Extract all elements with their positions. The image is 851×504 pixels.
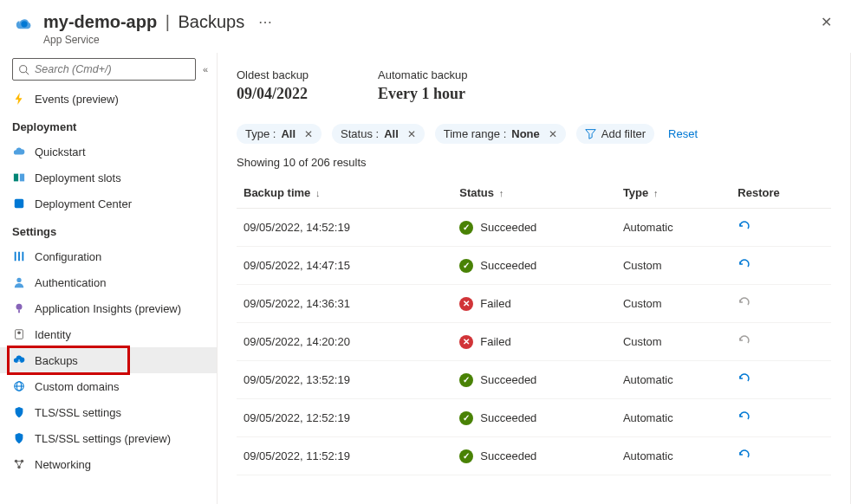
status-text: Failed <box>480 335 510 348</box>
table-row[interactable]: 09/05/2022, 14:52:19✓SucceededAutomatic <box>237 209 831 247</box>
svg-point-9 <box>16 278 21 282</box>
service-type: App Service <box>0 34 851 46</box>
cell-status: ✓Succeeded <box>452 209 616 247</box>
sidebar-item-label: Events (preview) <box>35 93 119 106</box>
svg-rect-11 <box>18 310 20 313</box>
automatic-backup-value: Every 1 hour <box>378 85 467 103</box>
filter-value: All <box>281 127 296 140</box>
sort-asc-icon: ↑ <box>652 188 659 198</box>
cell-type: Custom <box>616 285 731 323</box>
sidebar-item-label: Application Insights (preview) <box>35 302 181 315</box>
filter-pill-timerange[interactable]: Time range : None ✕ <box>435 124 566 144</box>
sidebar-item-networking[interactable]: Networking <box>0 451 217 477</box>
table-row[interactable]: 09/05/2022, 12:52:19✓SucceededAutomatic <box>237 399 831 437</box>
section-name: Backups <box>178 12 244 31</box>
table-row[interactable]: 09/05/2022, 14:36:31✕FailedCustom <box>237 285 831 323</box>
svg-rect-4 <box>20 174 24 182</box>
table-row[interactable]: 09/05/2022, 14:47:15✓SucceededCustom <box>237 247 831 285</box>
restore-icon[interactable] <box>737 219 751 233</box>
success-icon: ✓ <box>459 373 473 387</box>
restore-icon[interactable] <box>737 448 751 462</box>
page-title: my-demo-app | Backups <box>43 12 244 32</box>
col-restore: Restore <box>731 178 831 209</box>
reset-filters-link[interactable]: Reset <box>665 127 698 140</box>
identity-icon <box>12 327 26 341</box>
more-actions-icon[interactable]: ⋯ <box>253 14 272 30</box>
table-row[interactable]: 09/05/2022, 14:20:20✕FailedCustom <box>237 323 831 361</box>
oldest-backup-value: 09/04/2022 <box>237 85 309 103</box>
bolt-icon <box>12 92 26 106</box>
automatic-backup-label: Automatic backup <box>378 68 467 81</box>
col-backup-time[interactable]: Backup time ↓ <box>237 178 452 209</box>
status-text: Succeeded <box>480 373 536 386</box>
sidebar-item-custom-domains[interactable]: Custom domains <box>0 373 217 399</box>
restore-icon[interactable] <box>737 410 751 423</box>
filter-value: All <box>384 127 399 140</box>
cell-type: Custom <box>616 323 731 361</box>
search-input[interactable] <box>35 63 190 75</box>
title-divider: | <box>166 12 170 31</box>
cell-status: ✓Succeeded <box>452 361 616 399</box>
sidebar-item-deployment-slots[interactable]: Deployment slots <box>0 165 217 191</box>
restore-icon[interactable] <box>737 372 751 385</box>
col-status[interactable]: Status ↑ <box>452 178 616 209</box>
cell-restore <box>731 361 831 399</box>
svg-point-13 <box>17 332 21 335</box>
filter-key: Type : <box>245 127 276 140</box>
svg-rect-6 <box>15 252 16 262</box>
auth-icon <box>12 275 26 289</box>
add-filter-pill[interactable]: Add filter <box>576 124 654 144</box>
cell-type: Automatic <box>616 361 731 399</box>
sidebar-item-authentication[interactable]: Authentication <box>0 269 217 295</box>
sidebar: « Events (preview) DeploymentQuickstartD… <box>0 53 218 504</box>
status-text: Succeeded <box>480 259 536 272</box>
sidebar-item-backups[interactable]: Backups <box>0 347 217 373</box>
center-icon <box>12 197 26 210</box>
sidebar-item-label: Deployment Center <box>35 197 132 210</box>
table-row[interactable]: 09/05/2022, 11:52:19✓SucceededAutomatic <box>237 437 831 475</box>
tls-icon <box>12 405 26 419</box>
sidebar-item-label: Deployment slots <box>35 171 121 184</box>
sidebar-item-application-insights-preview-[interactable]: Application Insights (preview) <box>0 295 217 321</box>
sidebar-item-deployment-center[interactable]: Deployment Center <box>0 191 217 216</box>
restore-icon[interactable] <box>737 257 751 271</box>
automatic-backup-block: Automatic backup Every 1 hour <box>378 68 467 103</box>
svg-line-2 <box>26 71 29 74</box>
cell-time: 09/05/2022, 14:47:15 <box>237 247 452 285</box>
close-icon[interactable]: ✕ <box>815 9 837 36</box>
remove-filter-icon[interactable]: ✕ <box>404 128 416 140</box>
status-text: Failed <box>480 297 510 310</box>
filter-pill-status[interactable]: Status : All ✕ <box>332 124 425 144</box>
collapse-sidebar-icon[interactable]: « <box>203 64 208 74</box>
cell-restore <box>731 323 831 361</box>
sidebar-item-identity[interactable]: Identity <box>0 321 217 347</box>
cell-restore <box>731 399 831 437</box>
success-icon: ✓ <box>459 449 473 463</box>
remove-filter-icon[interactable]: ✕ <box>301 128 313 140</box>
sidebar-item-tls-ssl-settings-preview-[interactable]: TLS/SSL settings (preview) <box>0 425 217 451</box>
sidebar-item-tls-ssl-settings[interactable]: TLS/SSL settings <box>0 399 217 425</box>
cell-restore <box>731 437 831 475</box>
remove-filter-icon[interactable]: ✕ <box>545 128 557 140</box>
col-type[interactable]: Type ↑ <box>616 178 731 209</box>
svg-rect-5 <box>15 199 24 209</box>
svg-point-10 <box>16 304 23 310</box>
sidebar-item-quickstart[interactable]: Quickstart <box>0 139 217 165</box>
cell-time: 09/05/2022, 14:52:19 <box>237 209 452 247</box>
search-box[interactable] <box>12 58 196 81</box>
table-row[interactable]: 09/05/2022, 13:52:19✓SucceededAutomatic <box>237 361 831 399</box>
status-text: Succeeded <box>480 411 536 424</box>
svg-point-1 <box>20 65 27 72</box>
sidebar-item-label: Custom domains <box>35 380 120 393</box>
sidebar-item[interactable]: Events (preview) <box>0 86 217 112</box>
sidebar-item-label: TLS/SSL settings <box>35 406 121 419</box>
sidebar-item-configuration[interactable]: Configuration <box>0 243 217 269</box>
cell-time: 09/05/2022, 11:52:19 <box>237 437 452 475</box>
filter-pill-type[interactable]: Type : All ✕ <box>237 124 322 144</box>
cell-type: Automatic <box>616 209 731 247</box>
sort-asc-icon: ↑ <box>497 188 504 198</box>
cell-time: 09/05/2022, 13:52:19 <box>237 361 452 399</box>
cell-status: ✓Succeeded <box>452 437 616 475</box>
success-icon: ✓ <box>459 259 473 273</box>
svg-point-0 <box>21 21 27 27</box>
